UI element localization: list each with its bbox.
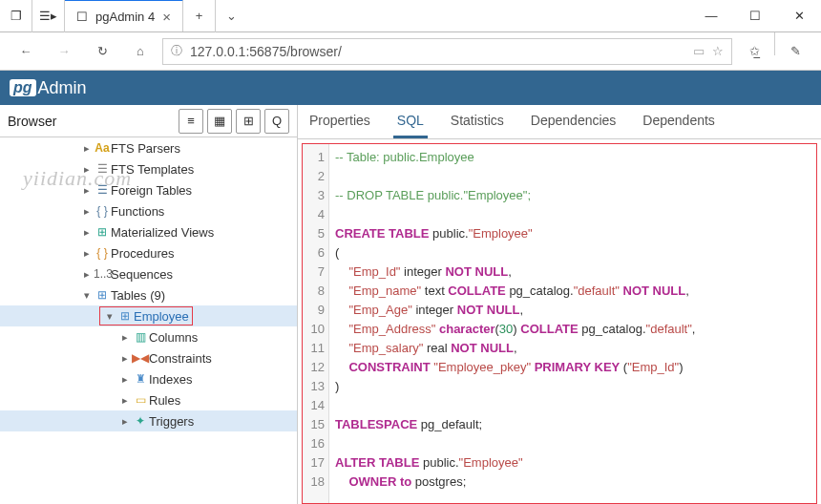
window-titlebar: ❐ ☰▸ ☐ pgAdmin 4 × + ⌄ — ☐ ✕ (0, 0, 821, 32)
sql-code[interactable]: -- Table: public.Employee -- DROP TABLE … (329, 144, 816, 503)
node-icon: ⊞ (116, 309, 134, 323)
refresh-button[interactable]: ↻ (86, 32, 118, 71)
tab-title: pgAdmin 4 (95, 10, 155, 24)
node-icon: ✦ (132, 414, 149, 428)
object-tree[interactable]: yiidian.com ▸AaFTS Parsers▸☰FTS Template… (0, 137, 297, 504)
sql-editor[interactable]: 123456789101112131415161718 -- Table: pu… (302, 143, 817, 504)
expand-arrow-icon[interactable]: ▸ (80, 268, 94, 281)
node-icon: ▥ (132, 330, 149, 344)
expand-arrow-icon[interactable]: ▸ (80, 247, 94, 260)
node-icon: ▶◀ (132, 351, 149, 365)
node-icon: ⊞ (94, 288, 111, 302)
tab-dependencies[interactable]: Dependencies (527, 105, 621, 138)
node-label: Procedures (111, 246, 174, 261)
expand-arrow-icon[interactable]: ▸ (80, 142, 94, 155)
tab-statistics[interactable]: Statistics (447, 105, 508, 138)
notes-icon[interactable]: ✎ (779, 32, 811, 71)
separator (774, 32, 775, 55)
tab-icon: ☐ (76, 10, 88, 24)
reader-icon[interactable]: ▭ (693, 44, 705, 58)
expand-arrow-icon[interactable]: ▸ (118, 352, 132, 365)
tree-node[interactable]: ▸▶◀Constraints (0, 347, 297, 368)
node-label: Tables (9) (111, 288, 165, 303)
new-tab-button[interactable]: + (183, 0, 216, 32)
expand-arrow-icon[interactable]: ▾ (103, 310, 116, 323)
expand-arrow-icon[interactable]: ▸ (80, 184, 94, 197)
tree-node[interactable]: ▸{ }Procedures (0, 242, 297, 263)
node-icon: Aa (94, 141, 111, 155)
tab-sql[interactable]: SQL (393, 105, 428, 138)
node-label: Triggers (149, 414, 194, 429)
browser-btn-search-icon[interactable]: Q (264, 109, 289, 134)
tree-node[interactable]: ▸⊞Materialized Views (0, 221, 297, 242)
tree-node[interactable]: ▸☰FTS Templates (0, 158, 297, 179)
node-label: Materialized Views (111, 225, 214, 240)
tree-node[interactable]: ▸♜Indexes (0, 368, 297, 389)
browser-toolbar: ← → ↻ ⌂ ⓘ 127.0.0.1:56875/browser/ ▭ ☆ ✩… (0, 32, 821, 71)
expand-arrow-icon[interactable]: ▸ (118, 331, 132, 344)
node-icon: ▭ (132, 393, 149, 407)
maximize-button[interactable]: ☐ (733, 0, 777, 32)
node-icon: ☰ (94, 183, 111, 197)
tree-node[interactable]: ▾⊞Employee (0, 305, 297, 326)
tab-properties[interactable]: Properties (305, 105, 374, 138)
tree-node[interactable]: ▸▭Rules (0, 389, 297, 410)
node-label: Functions (111, 204, 164, 219)
node-label: Rules (149, 393, 180, 408)
node-label: Columns (149, 330, 198, 345)
tree-node[interactable]: ▸AaFTS Parsers (0, 137, 297, 158)
browser-panel-header: Browser ≡ ▦ ⊞ Q (0, 105, 297, 137)
expand-arrow-icon[interactable]: ▸ (118, 415, 132, 428)
node-icon: 1..3 (94, 267, 111, 281)
node-label: Foreign Tables (111, 183, 192, 198)
node-icon: ♜ (132, 372, 149, 386)
taskview-icon[interactable]: ❐ (0, 0, 32, 32)
pgadmin-logo: pgAdmin (10, 78, 87, 98)
home-button[interactable]: ⌂ (124, 32, 157, 71)
close-window-button[interactable]: ✕ (777, 0, 821, 32)
tree-node[interactable]: ▸1..3Sequences (0, 263, 297, 284)
browser-panel-title: Browser (8, 114, 56, 129)
node-icon: { } (94, 204, 111, 218)
pgadmin-header: pgAdmin (0, 71, 821, 105)
node-label: FTS Templates (111, 162, 194, 177)
expand-arrow-icon[interactable]: ▾ (80, 289, 94, 302)
tree-node[interactable]: ▸☰Foreign Tables (0, 179, 297, 200)
browser-panel: Browser ≡ ▦ ⊞ Q yiidian.com ▸AaFTS Parse… (0, 105, 298, 504)
site-info-icon[interactable]: ⓘ (171, 43, 182, 59)
browser-btn-db-icon[interactable]: ≡ (179, 109, 203, 134)
expand-arrow-icon[interactable]: ▸ (118, 373, 132, 386)
tree-node[interactable]: ▸{ }Functions (0, 200, 297, 221)
address-bar[interactable]: ⓘ 127.0.0.1:56875/browser/ ▭ ☆ (162, 38, 732, 65)
url-text: 127.0.0.1:56875/browser/ (190, 44, 685, 59)
line-gutter: 123456789101112131415161718 (303, 144, 329, 503)
expand-arrow-icon[interactable]: ▸ (118, 394, 132, 407)
node-icon: ⊞ (94, 225, 111, 239)
content-tabs: PropertiesSQLStatisticsDependenciesDepen… (298, 105, 821, 139)
browser-btn-grid-icon[interactable]: ▦ (207, 109, 232, 134)
expand-arrow-icon[interactable]: ▸ (80, 226, 94, 239)
highlighted-node[interactable]: ▾⊞Employee (99, 306, 193, 326)
minimize-button[interactable]: — (689, 0, 733, 32)
tree-node[interactable]: ▾⊞Tables (9) (0, 284, 297, 305)
forward-button: → (48, 32, 80, 71)
node-label: Indexes (149, 372, 193, 387)
expand-arrow-icon[interactable]: ▸ (80, 163, 94, 176)
expand-arrow-icon[interactable]: ▸ (80, 205, 94, 218)
favorites-list-icon[interactable]: ✩̲ (738, 32, 770, 71)
tabs-dropdown-icon[interactable]: ⌄ (216, 0, 248, 32)
node-icon: ☰ (94, 162, 111, 176)
node-label: FTS Parsers (111, 141, 180, 156)
content-panel: PropertiesSQLStatisticsDependenciesDepen… (298, 105, 821, 504)
browser-btn-filter-icon[interactable]: ⊞ (236, 109, 261, 134)
tree-node[interactable]: ▸▥Columns (0, 326, 297, 347)
close-tab-icon[interactable]: × (162, 9, 171, 25)
favorite-icon[interactable]: ☆ (712, 44, 724, 58)
tabs-icon[interactable]: ☰▸ (32, 0, 65, 32)
tab-dependents[interactable]: Dependents (639, 105, 719, 138)
browser-tab-active[interactable]: ☐ pgAdmin 4 × (65, 0, 183, 32)
node-label: Sequences (111, 267, 173, 282)
back-button[interactable]: ← (10, 32, 42, 71)
tree-node[interactable]: ▸✦Triggers (0, 410, 297, 431)
node-label: Constraints (149, 351, 212, 366)
